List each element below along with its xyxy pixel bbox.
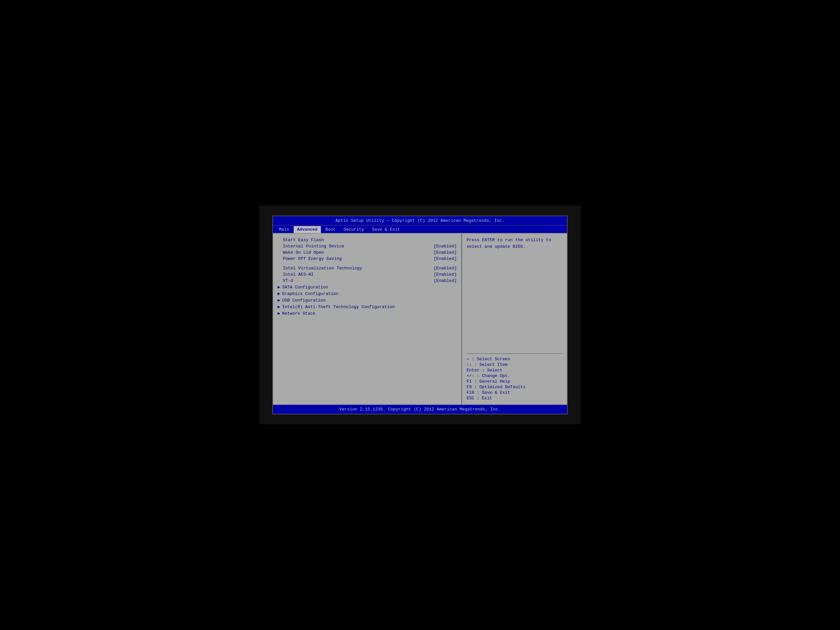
menu-item-label: VT-d	[283, 278, 434, 283]
tab-boot[interactable]: Boot	[322, 226, 339, 233]
menu-item-label: Intel Virtualization Technology	[283, 266, 434, 271]
menu-item-value: [Enabled]	[434, 250, 457, 255]
footer-text: Version 2.15.1236. Copyright (C) 2012 Am…	[339, 407, 501, 412]
key-legend-item: ↔ : Select Screen	[467, 356, 562, 362]
menu-item-label: Wake On Lid Open	[283, 250, 434, 255]
menu-item-value: [Enabled]	[434, 256, 457, 261]
footer: Version 2.15.1236. Copyright (C) 2012 Am…	[273, 404, 567, 414]
menu-item-anti-theft[interactable]: ▶Intel(R) Anti-Theft Technology Configur…	[278, 303, 457, 310]
menu-item-internal-pointing-device: Internal Pointing Device[Enabled]	[278, 243, 457, 249]
left-panel: Start Easy FlashInternal Pointing Device…	[273, 234, 462, 404]
menu-item-value: [Enabled]	[434, 244, 457, 249]
help-text: Press ENTER to run the utility to select…	[467, 237, 562, 250]
menu-item-power-off-energy-saving: Power Off Energy Saving[Enabled]	[278, 256, 457, 262]
menu-item-label: Network Stack	[282, 311, 457, 316]
menu-item-value: [Enabled]	[434, 272, 457, 277]
tab-advanced[interactable]: Advanced	[294, 226, 321, 233]
menu-item-wake-on-lid-open: Wake On Lid Open[Enabled]	[278, 249, 457, 256]
menu-item-label: Power Off Energy Saving	[283, 256, 434, 261]
submenu-arrow-icon: ▶	[278, 298, 280, 303]
menu-item-label: Graphics Configuration	[282, 291, 457, 296]
menu-item-start-easy-flash: Start Easy Flash	[278, 237, 457, 243]
tab-save-exit[interactable]: Save & Exit	[368, 226, 403, 233]
menu-item-label: SATA Configuration	[282, 285, 457, 290]
key-legend-item: ESC : Exit	[467, 395, 562, 401]
menu-item-label: Intel(R) Anti-Theft Technology Configura…	[282, 305, 457, 309]
menu-item-graphics-config[interactable]: ▶Graphics Configuration	[278, 291, 457, 297]
key-legend-item: F1 : General Help	[467, 379, 562, 384]
key-legend: ↔ : Select Screen↑↓ : Select ItemEnter :…	[467, 354, 562, 401]
content-area: Start Easy FlashInternal Pointing Device…	[273, 234, 567, 404]
menu-item-label: Start Easy Flash	[283, 238, 457, 243]
tab-security[interactable]: Security	[340, 226, 367, 233]
menu-item-sata-config[interactable]: ▶SATA Configuration	[278, 284, 457, 291]
bios-screen: Aptio Setup Utility – Copyright (C) 2012…	[272, 216, 568, 414]
menu-item-vt-d: VT-d[Enabled]	[278, 278, 457, 284]
spacer	[278, 262, 457, 265]
menu-item-label: USB Configuration	[282, 298, 457, 303]
submenu-arrow-icon: ▶	[278, 311, 280, 316]
key-legend-item: F10 : Save & Exit	[467, 390, 562, 395]
submenu-arrow-icon: ▶	[278, 304, 280, 309]
key-legend-item: +/- : Change Opt.	[467, 373, 562, 379]
menu-item-label: Internal Pointing Device	[283, 244, 434, 249]
menu-item-label: Intel AES-NI	[283, 272, 434, 277]
key-legend-item: F9 : Optimized Defaults	[467, 384, 562, 390]
menu-tabs: MainAdvancedBootSecuritySave & Exit	[273, 226, 567, 234]
submenu-arrow-icon: ▶	[278, 291, 280, 296]
menu-item-value: [Enabled]	[434, 278, 457, 283]
key-legend-item: Enter : Select	[467, 368, 562, 373]
title-text: Aptio Setup Utility – Copyright (C) 2012…	[336, 218, 505, 223]
menu-item-usb-config[interactable]: ▶USB Configuration	[278, 297, 457, 303]
submenu-arrow-icon: ▶	[278, 284, 280, 290]
tab-main[interactable]: Main	[276, 226, 292, 233]
menu-item-intel-aes-ni: Intel AES-NI[Enabled]	[278, 272, 457, 278]
right-panel: Press ENTER to run the utility to select…	[462, 234, 567, 404]
key-legend-item: ↑↓ : Select Item	[467, 362, 562, 368]
title-bar: Aptio Setup Utility – Copyright (C) 2012…	[273, 216, 567, 226]
menu-item-value: [Enabled]	[434, 266, 457, 271]
menu-item-intel-virt-tech: Intel Virtualization Technology[Enabled]	[278, 265, 457, 272]
menu-item-network-stack[interactable]: ▶Network Stack	[278, 310, 457, 317]
